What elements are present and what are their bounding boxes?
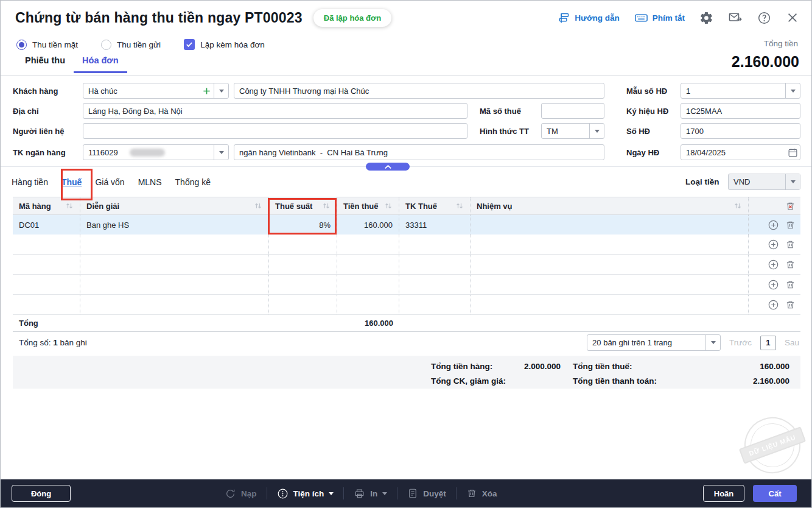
calendar-icon[interactable] (785, 145, 800, 160)
table-row-empty[interactable] (13, 255, 800, 275)
sort-icon[interactable] (452, 202, 464, 210)
cell-tien-thue[interactable]: 160.000 (337, 215, 399, 235)
page-size-select[interactable]: 20 bản ghi trên 1 trang (587, 334, 721, 351)
chevron-up-icon (383, 164, 393, 169)
cell-tk-thue[interactable]: 33311 (399, 215, 471, 235)
invoice-form-select[interactable]: 1 (681, 83, 800, 99)
contact-input[interactable] (83, 127, 467, 136)
tab-thue[interactable]: Thuế (61, 177, 82, 187)
tab-mlns[interactable]: MLNS (138, 177, 162, 187)
sales-voucher-window: Chứng từ bán hàng thu tiền ngay PT00023 … (0, 0, 812, 508)
customer-code-input[interactable] (83, 86, 199, 96)
utilities-button[interactable]: Tiện ích (277, 488, 334, 499)
page-size-value: 20 bản ghi trên 1 trang (587, 338, 705, 347)
payment-method-select[interactable]: TM (541, 123, 604, 139)
radio-transfer[interactable]: Thu tiền gửi (101, 40, 161, 50)
save-button[interactable]: Cất (753, 485, 797, 502)
tax-code-input[interactable] (542, 107, 604, 116)
document-icon (407, 488, 418, 499)
bank-account-field (83, 144, 229, 160)
add-customer-icon[interactable] (199, 83, 214, 98)
total-label: Tổng (13, 315, 80, 331)
divider (1, 75, 811, 76)
postpone-button[interactable]: Hoãn (703, 485, 744, 502)
document-tabs: Phiếu thu Hóa đơn (16, 55, 127, 73)
cell-ma-hang[interactable]: DC01 (13, 215, 80, 235)
tax-detail-table: Mã hàng Diễn giải Thuế suất Tiền thuế TK… (13, 197, 800, 332)
keyboard-icon (634, 11, 648, 25)
sort-icon[interactable] (61, 202, 74, 210)
table-header-row: Mã hàng Diễn giải Thuế suất Tiền thuế TK… (13, 197, 800, 215)
col-dien-giai: Diễn giải (86, 202, 119, 211)
table-row-selected[interactable]: DC01 Ban ghe HS 8% 160.000 33311 (13, 215, 800, 235)
with-invoice-label: Lập kèm hóa đơn (200, 40, 265, 49)
close-icon[interactable] (786, 11, 799, 24)
approve-button[interactable]: Duyệt (407, 488, 446, 499)
printer-icon (354, 488, 365, 499)
invoice-date-input[interactable] (681, 148, 785, 157)
delete-row-icon[interactable] (785, 239, 796, 250)
total-amount-label: Tổng tiền (764, 39, 798, 48)
col-ma-hang: Mã hàng (19, 202, 51, 211)
close-button[interactable]: Đóng (12, 485, 71, 502)
cell-dien-giai[interactable]: Ban ghe HS (80, 215, 269, 235)
record-count-unit: bản ghi (60, 338, 87, 347)
table-total-row: Tổng 160.000 (13, 315, 800, 332)
currency-select[interactable]: VND (728, 174, 800, 190)
customer-dropdown-icon[interactable] (214, 83, 228, 98)
bank-name-input[interactable] (234, 148, 604, 157)
next-page-button[interactable]: Sau (785, 338, 799, 347)
invoice-no-input[interactable] (681, 127, 800, 136)
table-row-empty[interactable] (13, 275, 800, 295)
cell-thue-suat[interactable]: 8% (269, 215, 337, 235)
add-row-icon[interactable] (768, 300, 779, 310)
invoice-date-field (681, 144, 800, 160)
delete-all-rows-icon[interactable] (785, 201, 796, 211)
table-row-empty[interactable] (13, 235, 800, 255)
delete-row-icon[interactable] (785, 259, 796, 270)
shortcuts-link[interactable]: Phím tắt (634, 11, 685, 25)
sort-icon[interactable] (318, 202, 331, 210)
invoice-date-label: Ngày HĐ (626, 148, 659, 157)
tab-thong-ke[interactable]: Thống kê (175, 177, 211, 187)
tab-hoa-don[interactable]: Hóa đơn (74, 55, 127, 73)
bank-dropdown-icon[interactable] (214, 145, 228, 160)
chevron-down-icon (785, 83, 800, 98)
delete-row-icon[interactable] (785, 220, 796, 230)
guide-link[interactable]: Hướng dẫn (558, 12, 619, 24)
invoice-serial-field (681, 103, 800, 119)
send-mail-icon[interactable] (728, 10, 743, 25)
help-icon[interactable] (757, 11, 771, 25)
delete-row-icon[interactable] (785, 300, 796, 310)
collapse-form-button[interactable] (366, 163, 410, 171)
add-row-icon[interactable] (768, 239, 779, 250)
prev-page-button[interactable]: Trước (729, 338, 752, 347)
cell-nhiem-vu[interactable] (471, 215, 749, 235)
payment-method-label: Hình thức TT (480, 127, 529, 136)
add-row-icon[interactable] (768, 259, 779, 270)
delete-row-icon[interactable] (785, 280, 796, 290)
total-tax-value: 160.000 (337, 315, 399, 331)
customer-name-input[interactable] (234, 86, 604, 96)
current-page-box[interactable]: 1 (760, 336, 776, 350)
radio-transfer-label: Thu tiền gửi (117, 40, 161, 49)
with-invoice-checkbox[interactable]: Lập kèm hóa đơn (184, 39, 265, 50)
tab-hang-tien[interactable]: Hàng tiền (12, 177, 48, 187)
total-amount-value: 2.160.000 (732, 53, 799, 71)
delete-button[interactable]: Xóa (466, 488, 497, 499)
settings-gear-icon[interactable] (699, 11, 713, 25)
tab-gia-von[interactable]: Giá vốn (95, 177, 124, 187)
tab-phieu-thu[interactable]: Phiếu thu (16, 55, 74, 73)
reload-button[interactable]: Nạp (225, 488, 257, 499)
invoice-serial-input[interactable] (681, 107, 800, 116)
radio-cash[interactable]: Thu tiền mặt (16, 40, 78, 50)
status-badge: Đã lập hóa đơn (313, 9, 391, 27)
table-row-empty[interactable] (13, 295, 800, 315)
sort-icon[interactable] (380, 202, 393, 210)
sort-icon[interactable] (730, 202, 742, 210)
address-input[interactable] (83, 107, 467, 116)
sort-icon[interactable] (250, 202, 262, 210)
add-row-icon[interactable] (768, 280, 779, 290)
add-row-icon[interactable] (768, 220, 779, 230)
print-button[interactable]: In (354, 488, 387, 499)
